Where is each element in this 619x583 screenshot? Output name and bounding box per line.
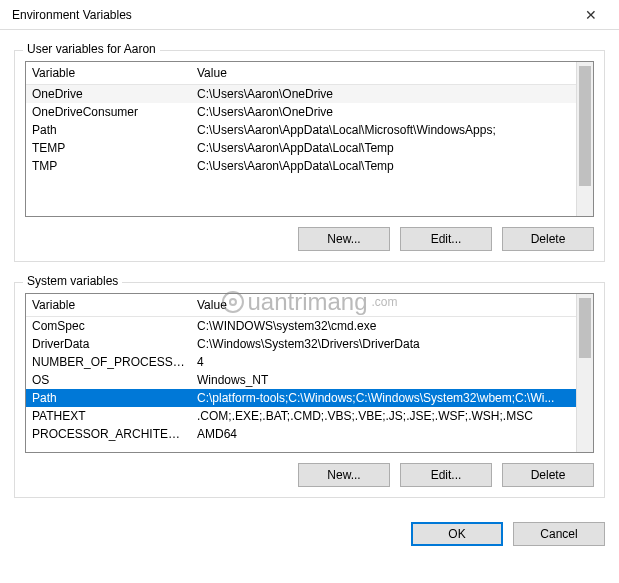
var-name-cell: PATHEXT <box>26 407 191 425</box>
var-name-cell: OneDrive <box>26 85 191 104</box>
var-name-cell: DriverData <box>26 335 191 353</box>
var-value-cell: C:\Users\Aaron\AppData\Local\Temp <box>191 157 576 175</box>
system-button-row: New... Edit... Delete <box>25 463 594 487</box>
system-edit-button[interactable]: Edit... <box>400 463 492 487</box>
system-new-button[interactable]: New... <box>298 463 390 487</box>
system-col-value[interactable]: Value <box>191 294 576 317</box>
var-value-cell: 4 <box>191 353 576 371</box>
cancel-button[interactable]: Cancel <box>513 522 605 546</box>
window-title: Environment Variables <box>8 8 571 22</box>
table-row[interactable]: OneDriveC:\Users\Aaron\OneDrive <box>26 85 576 104</box>
user-new-button[interactable]: New... <box>298 227 390 251</box>
user-variables-group: User variables for Aaron Variable Value … <box>14 50 605 262</box>
table-row[interactable]: PathC:\Users\Aaron\AppData\Local\Microso… <box>26 121 576 139</box>
titlebar: Environment Variables ✕ <box>0 0 619 30</box>
system-variables-group: System variables Variable Value ComSpecC… <box>14 282 605 498</box>
var-name-cell: OneDriveConsumer <box>26 103 191 121</box>
var-name-cell: OS <box>26 371 191 389</box>
user-scrollbar[interactable] <box>576 62 593 216</box>
table-row[interactable]: TEMPC:\Users\Aaron\AppData\Local\Temp <box>26 139 576 157</box>
dialog-button-row: OK Cancel <box>0 510 619 546</box>
table-row[interactable]: NUMBER_OF_PROCESSORS4 <box>26 353 576 371</box>
close-button[interactable]: ✕ <box>571 1 611 29</box>
var-name-cell: ComSpec <box>26 317 191 336</box>
var-value-cell: C:\Windows\System32\Drivers\DriverData <box>191 335 576 353</box>
var-name-cell: Path <box>26 389 191 407</box>
system-col-variable[interactable]: Variable <box>26 294 191 317</box>
table-row[interactable]: PATHEXT.COM;.EXE;.BAT;.CMD;.VBS;.VBE;.JS… <box>26 407 576 425</box>
var-value-cell: .COM;.EXE;.BAT;.CMD;.VBS;.VBE;.JS;.JSE;.… <box>191 407 576 425</box>
user-scrollbar-thumb[interactable] <box>579 66 591 186</box>
var-value-cell: C:\Users\Aaron\AppData\Local\Microsoft\W… <box>191 121 576 139</box>
system-scrollbar[interactable] <box>576 294 593 452</box>
var-value-cell: C:\platform-tools;C:\Windows;C:\Windows\… <box>191 389 576 407</box>
var-name-cell: TMP <box>26 157 191 175</box>
user-button-row: New... Edit... Delete <box>25 227 594 251</box>
table-row[interactable]: OSWindows_NT <box>26 371 576 389</box>
var-value-cell: Windows_NT <box>191 371 576 389</box>
table-row[interactable]: PROCESSOR_ARCHITECTUREAMD64 <box>26 425 576 443</box>
user-variables-table-wrap: Variable Value OneDriveC:\Users\Aaron\On… <box>25 61 594 217</box>
var-name-cell: Path <box>26 121 191 139</box>
table-row[interactable]: TMPC:\Users\Aaron\AppData\Local\Temp <box>26 157 576 175</box>
system-scrollbar-thumb[interactable] <box>579 298 591 358</box>
var-value-cell: C:\Users\Aaron\AppData\Local\Temp <box>191 139 576 157</box>
table-row[interactable]: ComSpecC:\WINDOWS\system32\cmd.exe <box>26 317 576 336</box>
table-row[interactable]: OneDriveConsumerC:\Users\Aaron\OneDrive <box>26 103 576 121</box>
system-delete-button[interactable]: Delete <box>502 463 594 487</box>
var-value-cell: AMD64 <box>191 425 576 443</box>
user-delete-button[interactable]: Delete <box>502 227 594 251</box>
dialog-content: User variables for Aaron Variable Value … <box>0 30 619 510</box>
var-name-cell: TEMP <box>26 139 191 157</box>
user-col-value[interactable]: Value <box>191 62 576 85</box>
table-row[interactable]: PathC:\platform-tools;C:\Windows;C:\Wind… <box>26 389 576 407</box>
user-edit-button[interactable]: Edit... <box>400 227 492 251</box>
var-value-cell: C:\Users\Aaron\OneDrive <box>191 103 576 121</box>
user-variables-label: User variables for Aaron <box>23 42 160 56</box>
close-icon: ✕ <box>585 7 597 23</box>
user-col-variable[interactable]: Variable <box>26 62 191 85</box>
var-name-cell: PROCESSOR_ARCHITECTURE <box>26 425 191 443</box>
system-variables-label: System variables <box>23 274 122 288</box>
system-variables-table[interactable]: Variable Value ComSpecC:\WINDOWS\system3… <box>26 294 576 443</box>
var-value-cell: C:\Users\Aaron\OneDrive <box>191 85 576 104</box>
system-variables-table-wrap: Variable Value ComSpecC:\WINDOWS\system3… <box>25 293 594 453</box>
ok-button[interactable]: OK <box>411 522 503 546</box>
table-row[interactable]: DriverDataC:\Windows\System32\Drivers\Dr… <box>26 335 576 353</box>
user-variables-table[interactable]: Variable Value OneDriveC:\Users\Aaron\On… <box>26 62 576 175</box>
var-name-cell: NUMBER_OF_PROCESSORS <box>26 353 191 371</box>
var-value-cell: C:\WINDOWS\system32\cmd.exe <box>191 317 576 336</box>
